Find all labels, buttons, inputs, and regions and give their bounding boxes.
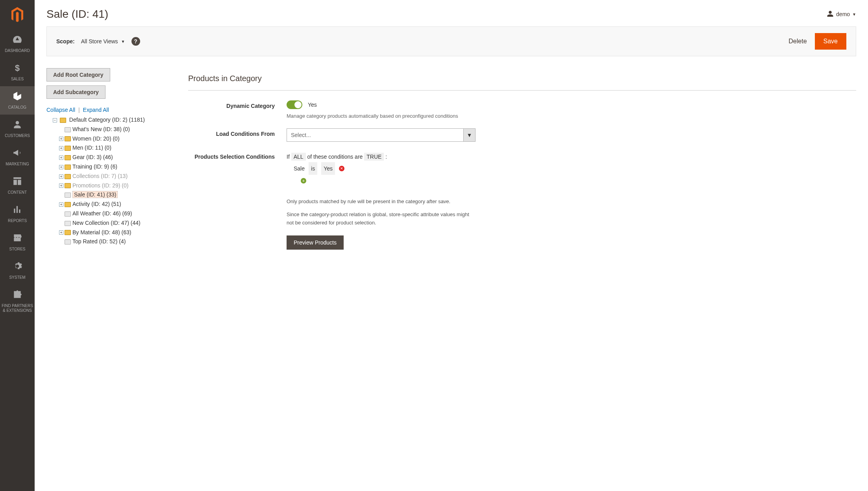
section-title: Products in Category — [188, 68, 856, 91]
user-menu[interactable]: demo ▼ — [827, 10, 856, 19]
preview-products-button[interactable]: Preview Products — [287, 235, 344, 250]
tree-node[interactable]: Promotions (ID: 29) (0) — [72, 182, 128, 189]
caret-down-icon: ▼ — [121, 39, 125, 44]
category-tree: − Default Category (ID: 2) (1181) What's… — [46, 115, 172, 246]
tree-node[interactable]: Men (ID: 11) (0) — [72, 145, 111, 151]
condition-value[interactable]: Yes — [321, 162, 335, 175]
nav-customers[interactable]: CUSTOMERS — [0, 115, 35, 143]
caret-down-icon[interactable]: ▼ — [464, 128, 476, 142]
psc-note-2: Since the category-product relation is g… — [287, 211, 476, 227]
folder-icon — [65, 127, 71, 132]
caret-down-icon: ▼ — [852, 12, 856, 17]
nav-content[interactable]: CONTENT — [0, 171, 35, 200]
expand-all-link[interactable]: Expand All — [83, 107, 109, 113]
folder-icon — [65, 183, 71, 188]
main-content: Sale (ID: 41) demo ▼ Scope: All Store Vi… — [35, 0, 868, 491]
tree-node-root[interactable]: Default Category (ID: 2) (1181) — [69, 117, 145, 123]
collapse-all-link[interactable]: Collapse All — [46, 107, 75, 113]
folder-icon — [65, 165, 71, 170]
folder-icon — [65, 146, 71, 151]
tree-expand-icon[interactable]: + — [59, 174, 63, 179]
nav-marketing[interactable]: MARKETING — [0, 143, 35, 171]
nav-partners[interactable]: FIND PARTNERS & EXTENSIONS — [0, 285, 35, 318]
tree-node[interactable]: Collections (ID: 7) (13) — [72, 173, 128, 179]
nav-reports[interactable]: REPORTS — [0, 200, 35, 228]
folder-icon — [65, 193, 71, 198]
nav-dashboard[interactable]: DASHBOARD — [0, 30, 35, 58]
tree-expand-icon[interactable]: + — [59, 165, 63, 169]
customers-icon — [2, 119, 33, 132]
page-title: Sale (ID: 41) — [46, 8, 108, 20]
nav-system[interactable]: SYSTEM — [0, 256, 35, 285]
nav-sales[interactable]: $SALES — [0, 58, 35, 86]
psc-note-1: Only products matched by rule will be pr… — [287, 198, 476, 206]
folder-icon — [65, 155, 71, 160]
folder-icon — [65, 202, 71, 207]
remove-condition-icon[interactable]: ✕ — [339, 166, 344, 171]
tree-expand-icon[interactable]: + — [59, 202, 63, 207]
psc-label: Products Selection Conditions — [188, 151, 287, 250]
folder-icon — [65, 211, 71, 217]
dynamic-category-value: Yes — [308, 102, 317, 108]
nav-catalog[interactable]: CATALOG — [0, 86, 35, 115]
scope-label: Scope: — [56, 38, 75, 44]
tree-expand-icon[interactable]: + — [59, 156, 63, 160]
catalog-icon — [2, 91, 33, 104]
sales-icon: $ — [2, 63, 33, 75]
stores-icon — [2, 233, 33, 245]
save-button[interactable]: Save — [815, 33, 846, 50]
add-root-category-button[interactable]: Add Root Category — [46, 68, 110, 82]
folder-icon — [65, 239, 71, 245]
content-icon — [2, 176, 33, 189]
magento-logo-icon — [10, 7, 24, 23]
tree-node[interactable]: Training (ID: 9) (6) — [72, 163, 117, 170]
nav-stores[interactable]: STORES — [0, 228, 35, 256]
rule-value[interactable]: TRUE — [364, 153, 384, 161]
load-conditions-label: Load Conditions From — [188, 128, 287, 142]
condition-operator[interactable]: is — [309, 162, 317, 175]
tree-node[interactable]: By Material (ID: 48) (63) — [72, 229, 131, 235]
tree-expand-icon[interactable]: + — [59, 183, 63, 188]
rule-tree: If ALL of these conditions are TRUE : Sa… — [287, 151, 856, 186]
scope-bar: Scope: All Store Views ▼ ? Delete Save — [46, 26, 856, 56]
folder-icon — [60, 118, 66, 123]
dynamic-category-toggle[interactable] — [287, 100, 302, 109]
rule-aggregator[interactable]: ALL — [291, 153, 306, 161]
partners-icon — [2, 289, 33, 302]
dynamic-category-note: Manage category products automatically b… — [287, 113, 856, 119]
dynamic-category-label: Dynamic Category — [188, 100, 287, 119]
tree-node[interactable]: All Weather (ID: 46) (69) — [72, 210, 132, 217]
marketing-icon — [2, 148, 33, 160]
magento-logo — [0, 0, 35, 30]
tree-node[interactable]: What's New (ID: 38) (0) — [72, 126, 130, 132]
condition-attribute[interactable]: Sale — [294, 163, 305, 174]
load-conditions-select[interactable]: Select... ▼ — [287, 128, 476, 142]
user-icon — [827, 10, 834, 19]
dashboard-icon — [2, 34, 33, 47]
add-condition-icon[interactable]: + — [301, 178, 306, 183]
tree-node[interactable]: Gear (ID: 3) (46) — [72, 154, 113, 160]
svg-text:$: $ — [15, 63, 20, 73]
tree-collapse-icon[interactable]: − — [53, 118, 57, 122]
tree-node[interactable]: New Collection (ID: 47) (44) — [72, 220, 141, 226]
folder-icon — [65, 174, 71, 179]
help-icon[interactable]: ? — [131, 37, 140, 46]
tree-expand-icon[interactable]: + — [59, 230, 63, 235]
tree-node[interactable]: Top Rated (ID: 52) (4) — [72, 238, 126, 245]
scope-selector[interactable]: All Store Views ▼ — [81, 38, 125, 44]
reports-icon — [2, 204, 33, 217]
system-icon — [2, 261, 33, 274]
tree-node[interactable]: Women (ID: 20) (0) — [72, 135, 120, 142]
tree-expand-icon[interactable]: + — [59, 137, 63, 141]
folder-icon — [65, 221, 71, 226]
folder-icon — [65, 136, 71, 141]
folder-icon — [65, 230, 71, 235]
username: demo — [836, 11, 850, 17]
tree-expand-icon[interactable]: + — [59, 146, 63, 150]
tree-node[interactable]: Activity (ID: 42) (51) — [72, 201, 121, 207]
delete-button[interactable]: Delete — [788, 38, 807, 45]
tree-node[interactable]: Sale (ID: 41) (33) — [72, 191, 118, 198]
add-subcategory-button[interactable]: Add Subcategory — [46, 85, 105, 99]
admin-sidebar: DASHBOARD$SALESCATALOGCUSTOMERSMARKETING… — [0, 0, 35, 491]
